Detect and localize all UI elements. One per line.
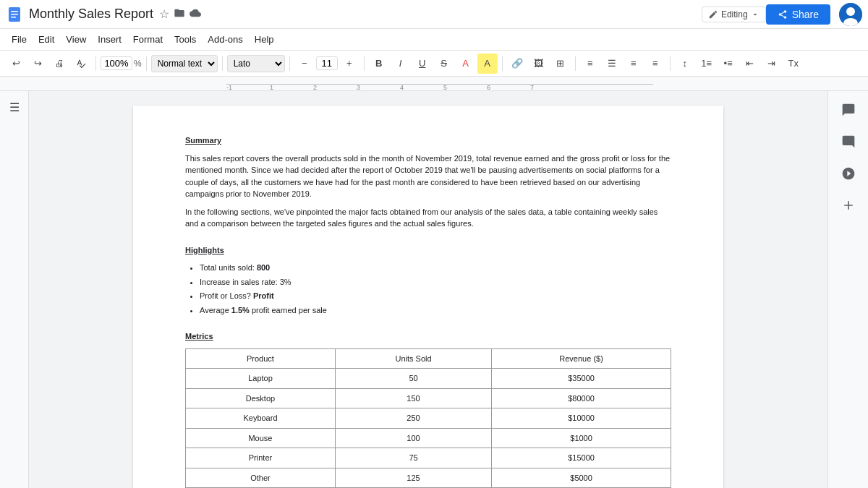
bold-button[interactable]: B <box>369 53 389 74</box>
align-right-button[interactable]: ≡ <box>624 53 644 74</box>
comment-icon[interactable] <box>835 129 861 155</box>
italic-button[interactable]: I <box>391 53 411 74</box>
editing-label: Editing <box>721 9 748 20</box>
document-title[interactable]: Monthly Sales Report <box>29 7 153 22</box>
toolbar-sep-3 <box>222 56 223 71</box>
clear-format-button[interactable]: Tx <box>783 53 804 74</box>
align-center-button[interactable]: ☰ <box>602 53 622 74</box>
decrease-indent-button[interactable]: ⇤ <box>740 53 760 74</box>
share-button[interactable]: Share <box>766 4 830 25</box>
table-row: Mouse100$1000 <box>186 428 671 448</box>
svg-rect-2 <box>11 14 18 15</box>
metrics-heading: Metrics <box>185 330 671 343</box>
toolbar-sep-8 <box>670 56 671 71</box>
toolbar-sep-4 <box>289 56 290 71</box>
toolbar-sep-5 <box>364 56 365 71</box>
summary-section: Summary This sales report covers the ove… <box>185 134 671 230</box>
table-row: Desktop150$80000 <box>186 388 671 408</box>
numbered-list-button[interactable]: 1≡ <box>697 53 717 74</box>
undo-button[interactable]: ↩ <box>6 53 26 74</box>
font-size-input[interactable] <box>316 56 338 70</box>
toolbar-sep-2 <box>146 56 147 71</box>
menu-addons[interactable]: Add-ons <box>202 31 248 48</box>
doc-page: Summary This sales report covers the ove… <box>133 106 723 488</box>
menu-format[interactable]: Format <box>127 31 169 48</box>
title-bar: Monthly Sales Report ☆ Editing Share <box>0 0 868 29</box>
folder-icon[interactable] <box>174 7 185 21</box>
outline-button[interactable]: ☰ <box>4 97 25 117</box>
main-area: ☰ Summary This sales report covers the o… <box>0 91 868 488</box>
metrics-col-product: Product <box>186 348 336 369</box>
menu-bar: File Edit View Insert Format Tools Add-o… <box>0 29 868 51</box>
highlights-heading: Highlights <box>185 244 671 257</box>
add-icon[interactable] <box>835 192 861 218</box>
highlights-list: Total units sold: 800 Increase in sales … <box>200 262 671 316</box>
strikethrough-button[interactable]: S <box>434 53 454 74</box>
ruler: -1 1 2 3 4 5 6 7 <box>0 77 868 91</box>
chat-icon[interactable] <box>835 97 861 123</box>
table-button[interactable]: ⊞ <box>550 53 571 74</box>
highlight-button[interactable]: A <box>477 53 498 74</box>
metrics-table: Product Units Sold Revenue ($) Laptop50$… <box>185 348 671 489</box>
svg-point-5 <box>846 7 855 16</box>
link-button[interactable]: 🔗 <box>507 53 527 74</box>
menu-view[interactable]: View <box>60 31 92 48</box>
highlight-item-3: Profit or Loss? Profit <box>200 290 671 302</box>
text-color-button[interactable]: A <box>456 53 476 74</box>
right-sidebar <box>827 91 868 488</box>
spellcheck-button[interactable] <box>71 53 91 74</box>
svg-rect-3 <box>11 17 16 18</box>
cloud-icon <box>190 7 201 21</box>
table-row: Keyboard250$10000 <box>186 408 671 429</box>
editing-badge[interactable]: Editing <box>702 7 766 22</box>
menu-edit[interactable]: Edit <box>33 31 60 48</box>
table-row: Other125$5000 <box>186 468 671 488</box>
toolbar-sep-1 <box>95 56 96 71</box>
increase-indent-button[interactable]: ⇥ <box>762 53 782 74</box>
redo-button[interactable]: ↪ <box>27 53 48 74</box>
highlights-section: Highlights Total units sold: 800 Increas… <box>185 244 671 317</box>
bullet-list-button[interactable]: •≡ <box>718 53 739 74</box>
left-sidebar: ☰ <box>0 91 29 488</box>
table-row: Printer75$15000 <box>186 448 671 468</box>
align-left-button[interactable]: ≡ <box>580 53 600 74</box>
summary-heading: Summary <box>185 134 671 147</box>
explore-icon[interactable] <box>835 160 861 187</box>
summary-para-2: In the following sections, we've pinpoin… <box>185 206 671 230</box>
style-select[interactable]: Normal text Heading 1 Heading 2 <box>151 55 218 72</box>
table-row: Laptop50$35000 <box>186 369 671 389</box>
font-size-decrease[interactable]: − <box>294 53 315 74</box>
line-spacing-button[interactable]: ↕ <box>675 53 695 74</box>
doc-icon <box>6 6 23 23</box>
summary-para-1: This sales report covers the overall pro… <box>185 153 671 200</box>
menu-insert[interactable]: Insert <box>92 31 127 48</box>
svg-rect-1 <box>11 11 18 12</box>
metrics-section: Metrics Product Units Sold Revenue ($) L… <box>185 330 671 488</box>
star-icon[interactable]: ☆ <box>159 7 169 21</box>
font-size-increase[interactable]: + <box>339 53 359 74</box>
avatar[interactable] <box>839 3 862 26</box>
zoom-input[interactable] <box>101 56 132 70</box>
toolbar-sep-7 <box>575 56 576 71</box>
underline-button[interactable]: U <box>412 53 433 74</box>
highlight-item-4: Average 1.5% profit earned per sale <box>200 304 671 317</box>
highlight-item-1: Total units sold: 800 <box>200 262 671 274</box>
menu-tools[interactable]: Tools <box>169 31 202 48</box>
share-label: Share <box>792 9 819 20</box>
font-select[interactable]: Lato Arial Times New Roman <box>227 55 285 72</box>
metrics-col-units: Units Sold <box>335 348 491 369</box>
metrics-col-revenue: Revenue ($) <box>492 348 671 369</box>
menu-file[interactable]: File <box>6 31 33 48</box>
toolbar: ↩ ↪ 🖨 % Normal text Heading 1 Heading 2 … <box>0 51 868 77</box>
highlight-item-2: Increase in sales rate: 3% <box>200 276 671 288</box>
image-button[interactable]: 🖼 <box>529 53 549 74</box>
doc-area[interactable]: Summary This sales report covers the ove… <box>29 91 827 488</box>
justify-button[interactable]: ≡ <box>645 53 665 74</box>
menu-help[interactable]: Help <box>249 31 280 48</box>
toolbar-sep-6 <box>502 56 503 71</box>
print-button[interactable]: 🖨 <box>49 53 69 74</box>
